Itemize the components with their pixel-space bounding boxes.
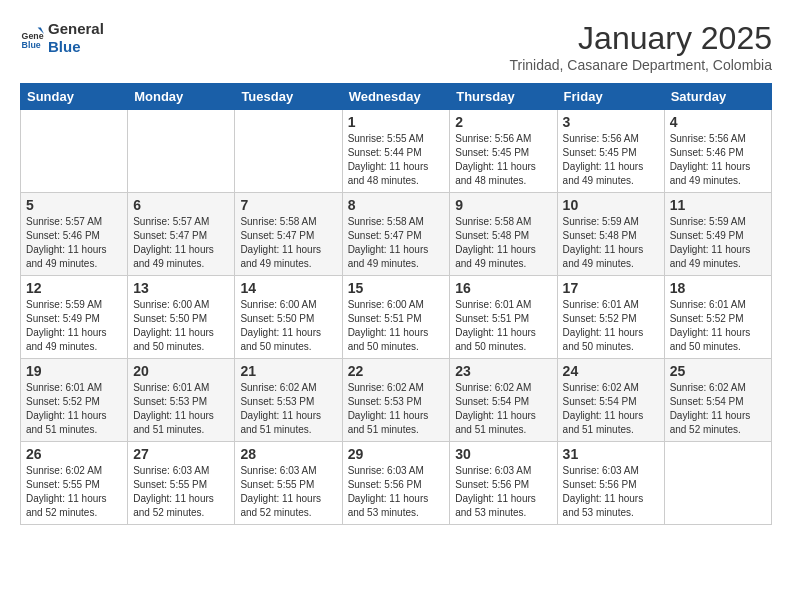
cell-details: Sunrise: 5:57 AMSunset: 5:46 PMDaylight:… xyxy=(26,215,122,271)
calendar-cell xyxy=(664,442,771,525)
day-number: 26 xyxy=(26,446,122,462)
title-area: January 2025 Trinidad, Casanare Departme… xyxy=(510,20,773,73)
cell-details: Sunrise: 6:00 AMSunset: 5:51 PMDaylight:… xyxy=(348,298,445,354)
calendar-cell: 7Sunrise: 5:58 AMSunset: 5:47 PMDaylight… xyxy=(235,193,342,276)
calendar-cell: 8Sunrise: 5:58 AMSunset: 5:47 PMDaylight… xyxy=(342,193,450,276)
cell-details: Sunrise: 6:03 AMSunset: 5:56 PMDaylight:… xyxy=(563,464,659,520)
cell-details: Sunrise: 6:02 AMSunset: 5:54 PMDaylight:… xyxy=(670,381,766,437)
header-monday: Monday xyxy=(128,84,235,110)
cell-details: Sunrise: 6:02 AMSunset: 5:55 PMDaylight:… xyxy=(26,464,122,520)
cell-details: Sunrise: 5:58 AMSunset: 5:48 PMDaylight:… xyxy=(455,215,551,271)
calendar-cell: 23Sunrise: 6:02 AMSunset: 5:54 PMDayligh… xyxy=(450,359,557,442)
cell-details: Sunrise: 6:02 AMSunset: 5:54 PMDaylight:… xyxy=(563,381,659,437)
calendar-week-row: 19Sunrise: 6:01 AMSunset: 5:52 PMDayligh… xyxy=(21,359,772,442)
calendar-cell: 27Sunrise: 6:03 AMSunset: 5:55 PMDayligh… xyxy=(128,442,235,525)
day-number: 4 xyxy=(670,114,766,130)
calendar-cell: 24Sunrise: 6:02 AMSunset: 5:54 PMDayligh… xyxy=(557,359,664,442)
calendar-header-row: Sunday Monday Tuesday Wednesday Thursday… xyxy=(21,84,772,110)
day-number: 1 xyxy=(348,114,445,130)
calendar-cell: 6Sunrise: 5:57 AMSunset: 5:47 PMDaylight… xyxy=(128,193,235,276)
day-number: 21 xyxy=(240,363,336,379)
header-thursday: Thursday xyxy=(450,84,557,110)
day-number: 3 xyxy=(563,114,659,130)
day-number: 12 xyxy=(26,280,122,296)
calendar-cell: 3Sunrise: 5:56 AMSunset: 5:45 PMDaylight… xyxy=(557,110,664,193)
day-number: 16 xyxy=(455,280,551,296)
cell-details: Sunrise: 5:56 AMSunset: 5:45 PMDaylight:… xyxy=(455,132,551,188)
header-tuesday: Tuesday xyxy=(235,84,342,110)
day-number: 6 xyxy=(133,197,229,213)
calendar-cell: 2Sunrise: 5:56 AMSunset: 5:45 PMDaylight… xyxy=(450,110,557,193)
logo: General Blue General Blue xyxy=(20,20,104,56)
cell-details: Sunrise: 6:02 AMSunset: 5:53 PMDaylight:… xyxy=(240,381,336,437)
day-number: 24 xyxy=(563,363,659,379)
cell-details: Sunrise: 6:03 AMSunset: 5:56 PMDaylight:… xyxy=(348,464,445,520)
header-friday: Friday xyxy=(557,84,664,110)
cell-details: Sunrise: 6:01 AMSunset: 5:51 PMDaylight:… xyxy=(455,298,551,354)
day-number: 22 xyxy=(348,363,445,379)
month-title: January 2025 xyxy=(510,20,773,57)
location-subtitle: Trinidad, Casanare Department, Colombia xyxy=(510,57,773,73)
cell-details: Sunrise: 5:55 AMSunset: 5:44 PMDaylight:… xyxy=(348,132,445,188)
calendar-cell xyxy=(235,110,342,193)
calendar-cell xyxy=(128,110,235,193)
day-number: 25 xyxy=(670,363,766,379)
cell-details: Sunrise: 5:58 AMSunset: 5:47 PMDaylight:… xyxy=(240,215,336,271)
cell-details: Sunrise: 6:03 AMSunset: 5:55 PMDaylight:… xyxy=(133,464,229,520)
day-number: 9 xyxy=(455,197,551,213)
day-number: 28 xyxy=(240,446,336,462)
calendar-cell: 25Sunrise: 6:02 AMSunset: 5:54 PMDayligh… xyxy=(664,359,771,442)
calendar-cell: 11Sunrise: 5:59 AMSunset: 5:49 PMDayligh… xyxy=(664,193,771,276)
day-number: 10 xyxy=(563,197,659,213)
cell-details: Sunrise: 5:59 AMSunset: 5:49 PMDaylight:… xyxy=(670,215,766,271)
calendar-cell: 21Sunrise: 6:02 AMSunset: 5:53 PMDayligh… xyxy=(235,359,342,442)
calendar-cell: 31Sunrise: 6:03 AMSunset: 5:56 PMDayligh… xyxy=(557,442,664,525)
calendar-cell: 14Sunrise: 6:00 AMSunset: 5:50 PMDayligh… xyxy=(235,276,342,359)
day-number: 29 xyxy=(348,446,445,462)
svg-text:Blue: Blue xyxy=(22,40,41,50)
calendar-cell: 12Sunrise: 5:59 AMSunset: 5:49 PMDayligh… xyxy=(21,276,128,359)
calendar-week-row: 1Sunrise: 5:55 AMSunset: 5:44 PMDaylight… xyxy=(21,110,772,193)
logo-blue: Blue xyxy=(48,38,81,55)
calendar-week-row: 12Sunrise: 5:59 AMSunset: 5:49 PMDayligh… xyxy=(21,276,772,359)
cell-details: Sunrise: 5:58 AMSunset: 5:47 PMDaylight:… xyxy=(348,215,445,271)
logo-general: General xyxy=(48,20,104,37)
day-number: 2 xyxy=(455,114,551,130)
cell-details: Sunrise: 6:03 AMSunset: 5:55 PMDaylight:… xyxy=(240,464,336,520)
cell-details: Sunrise: 6:00 AMSunset: 5:50 PMDaylight:… xyxy=(240,298,336,354)
day-number: 20 xyxy=(133,363,229,379)
cell-details: Sunrise: 5:56 AMSunset: 5:46 PMDaylight:… xyxy=(670,132,766,188)
calendar-cell: 15Sunrise: 6:00 AMSunset: 5:51 PMDayligh… xyxy=(342,276,450,359)
day-number: 30 xyxy=(455,446,551,462)
cell-details: Sunrise: 5:59 AMSunset: 5:49 PMDaylight:… xyxy=(26,298,122,354)
cell-details: Sunrise: 6:03 AMSunset: 5:56 PMDaylight:… xyxy=(455,464,551,520)
calendar-cell: 4Sunrise: 5:56 AMSunset: 5:46 PMDaylight… xyxy=(664,110,771,193)
calendar-cell: 22Sunrise: 6:02 AMSunset: 5:53 PMDayligh… xyxy=(342,359,450,442)
header-sunday: Sunday xyxy=(21,84,128,110)
day-number: 8 xyxy=(348,197,445,213)
cell-details: Sunrise: 6:01 AMSunset: 5:52 PMDaylight:… xyxy=(563,298,659,354)
day-number: 13 xyxy=(133,280,229,296)
day-number: 14 xyxy=(240,280,336,296)
calendar-cell: 28Sunrise: 6:03 AMSunset: 5:55 PMDayligh… xyxy=(235,442,342,525)
day-number: 17 xyxy=(563,280,659,296)
calendar-table: Sunday Monday Tuesday Wednesday Thursday… xyxy=(20,83,772,525)
cell-details: Sunrise: 6:01 AMSunset: 5:52 PMDaylight:… xyxy=(26,381,122,437)
day-number: 18 xyxy=(670,280,766,296)
calendar-week-row: 5Sunrise: 5:57 AMSunset: 5:46 PMDaylight… xyxy=(21,193,772,276)
calendar-cell: 9Sunrise: 5:58 AMSunset: 5:48 PMDaylight… xyxy=(450,193,557,276)
calendar-cell: 5Sunrise: 5:57 AMSunset: 5:46 PMDaylight… xyxy=(21,193,128,276)
calendar-cell: 30Sunrise: 6:03 AMSunset: 5:56 PMDayligh… xyxy=(450,442,557,525)
cell-details: Sunrise: 5:59 AMSunset: 5:48 PMDaylight:… xyxy=(563,215,659,271)
calendar-cell xyxy=(21,110,128,193)
day-number: 7 xyxy=(240,197,336,213)
logo-icon: General Blue xyxy=(20,26,44,50)
calendar-cell: 29Sunrise: 6:03 AMSunset: 5:56 PMDayligh… xyxy=(342,442,450,525)
calendar-cell: 16Sunrise: 6:01 AMSunset: 5:51 PMDayligh… xyxy=(450,276,557,359)
cell-details: Sunrise: 5:57 AMSunset: 5:47 PMDaylight:… xyxy=(133,215,229,271)
calendar-cell: 26Sunrise: 6:02 AMSunset: 5:55 PMDayligh… xyxy=(21,442,128,525)
header-saturday: Saturday xyxy=(664,84,771,110)
day-number: 5 xyxy=(26,197,122,213)
calendar-cell: 10Sunrise: 5:59 AMSunset: 5:48 PMDayligh… xyxy=(557,193,664,276)
calendar-cell: 18Sunrise: 6:01 AMSunset: 5:52 PMDayligh… xyxy=(664,276,771,359)
